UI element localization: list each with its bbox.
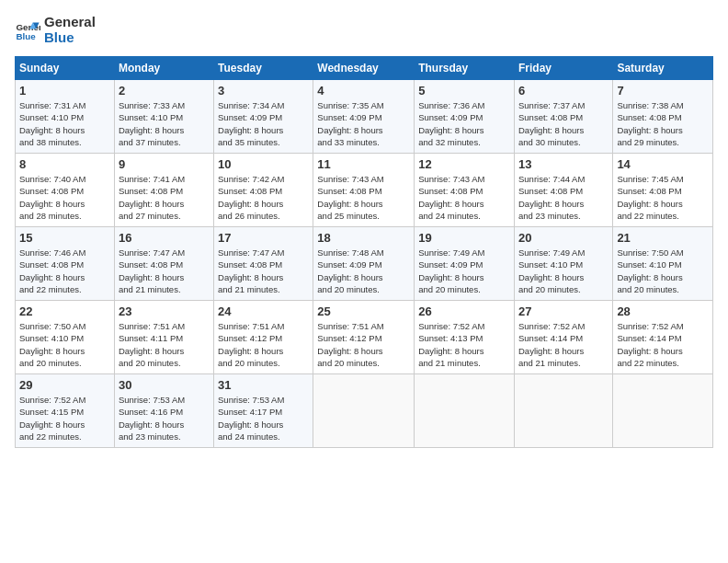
- day-number: 22: [19, 304, 110, 318]
- calendar-cell: 19Sunrise: 7:49 AM Sunset: 4:09 PM Dayli…: [415, 227, 515, 301]
- day-number: 14: [617, 157, 709, 171]
- day-number: 24: [218, 304, 309, 318]
- calendar-cell: [415, 374, 515, 448]
- calendar-cell: 14Sunrise: 7:45 AM Sunset: 4:08 PM Dayli…: [613, 154, 713, 227]
- calendar-cell: 21Sunrise: 7:50 AM Sunset: 4:10 PM Dayli…: [613, 227, 713, 301]
- day-info: Sunrise: 7:42 AM Sunset: 4:08 PM Dayligh…: [218, 173, 309, 222]
- calendar-cell: 4Sunrise: 7:35 AM Sunset: 4:09 PM Daylig…: [313, 80, 415, 154]
- logo-text-blue: Blue: [44, 30, 96, 46]
- logo-text-general: General: [44, 15, 96, 30]
- header: General Blue General Blue: [15, 15, 713, 45]
- day-info: Sunrise: 7:47 AM Sunset: 4:08 PM Dayligh…: [119, 247, 210, 295]
- day-info: Sunrise: 7:36 AM Sunset: 4:09 PM Dayligh…: [418, 99, 510, 148]
- day-header-monday: Monday: [114, 57, 213, 80]
- day-number: 11: [317, 157, 410, 171]
- logo: General Blue General Blue: [15, 15, 96, 45]
- calendar-cell: 23Sunrise: 7:51 AM Sunset: 4:11 PM Dayli…: [114, 301, 213, 374]
- calendar-cell: 30Sunrise: 7:53 AM Sunset: 4:16 PM Dayli…: [114, 374, 213, 448]
- day-number: 13: [518, 157, 609, 171]
- calendar-cell: 2Sunrise: 7:33 AM Sunset: 4:10 PM Daylig…: [114, 80, 213, 154]
- day-info: Sunrise: 7:50 AM Sunset: 4:10 PM Dayligh…: [19, 320, 110, 369]
- day-number: 30: [119, 378, 210, 392]
- calendar-cell: 15Sunrise: 7:46 AM Sunset: 4:08 PM Dayli…: [16, 227, 115, 301]
- day-info: Sunrise: 7:43 AM Sunset: 4:08 PM Dayligh…: [317, 173, 410, 222]
- day-header-sunday: Sunday: [16, 57, 115, 80]
- day-info: Sunrise: 7:49 AM Sunset: 4:10 PM Dayligh…: [518, 247, 609, 295]
- calendar-cell: 5Sunrise: 7:36 AM Sunset: 4:09 PM Daylig…: [415, 80, 515, 154]
- day-number: 4: [317, 84, 410, 98]
- day-info: Sunrise: 7:47 AM Sunset: 4:08 PM Dayligh…: [218, 247, 309, 295]
- day-info: Sunrise: 7:33 AM Sunset: 4:10 PM Dayligh…: [119, 99, 210, 148]
- day-number: 23: [119, 304, 210, 318]
- calendar-cell: 10Sunrise: 7:42 AM Sunset: 4:08 PM Dayli…: [214, 154, 313, 227]
- day-number: 1: [19, 84, 110, 98]
- calendar-cell: 27Sunrise: 7:52 AM Sunset: 4:14 PM Dayli…: [514, 301, 612, 374]
- day-number: 28: [617, 304, 709, 318]
- day-info: Sunrise: 7:35 AM Sunset: 4:09 PM Dayligh…: [317, 99, 410, 148]
- calendar-cell: 20Sunrise: 7:49 AM Sunset: 4:10 PM Dayli…: [514, 227, 612, 301]
- calendar-cell: [613, 374, 713, 448]
- day-number: 9: [119, 157, 210, 171]
- calendar-cell: [313, 374, 415, 448]
- day-number: 7: [617, 84, 709, 98]
- calendar-cell: 11Sunrise: 7:43 AM Sunset: 4:08 PM Dayli…: [313, 154, 415, 227]
- day-info: Sunrise: 7:49 AM Sunset: 4:09 PM Dayligh…: [418, 247, 510, 295]
- day-number: 3: [218, 84, 309, 98]
- calendar-cell: 25Sunrise: 7:51 AM Sunset: 4:12 PM Dayli…: [313, 301, 415, 374]
- day-number: 27: [518, 304, 609, 318]
- calendar-cell: 18Sunrise: 7:48 AM Sunset: 4:09 PM Dayli…: [313, 227, 415, 301]
- day-number: 6: [518, 84, 609, 98]
- day-info: Sunrise: 7:45 AM Sunset: 4:08 PM Dayligh…: [617, 173, 709, 222]
- calendar-cell: 12Sunrise: 7:43 AM Sunset: 4:08 PM Dayli…: [415, 154, 515, 227]
- calendar-week-3: 15Sunrise: 7:46 AM Sunset: 4:08 PM Dayli…: [16, 227, 713, 301]
- day-number: 19: [418, 231, 510, 245]
- calendar-cell: 31Sunrise: 7:53 AM Sunset: 4:17 PM Dayli…: [214, 374, 313, 448]
- day-number: 29: [19, 378, 110, 392]
- calendar-cell: 1Sunrise: 7:31 AM Sunset: 4:10 PM Daylig…: [16, 80, 115, 154]
- day-number: 2: [119, 84, 210, 98]
- calendar-cell: 26Sunrise: 7:52 AM Sunset: 4:13 PM Dayli…: [415, 301, 515, 374]
- svg-text:Blue: Blue: [16, 30, 36, 40]
- calendar-cell: 9Sunrise: 7:41 AM Sunset: 4:08 PM Daylig…: [114, 154, 213, 227]
- day-info: Sunrise: 7:52 AM Sunset: 4:15 PM Dayligh…: [19, 394, 110, 442]
- calendar-week-5: 29Sunrise: 7:52 AM Sunset: 4:15 PM Dayli…: [16, 374, 713, 448]
- day-info: Sunrise: 7:44 AM Sunset: 4:08 PM Dayligh…: [518, 173, 609, 222]
- calendar-cell: 17Sunrise: 7:47 AM Sunset: 4:08 PM Dayli…: [214, 227, 313, 301]
- day-number: 5: [418, 84, 510, 98]
- calendar-cell: 16Sunrise: 7:47 AM Sunset: 4:08 PM Dayli…: [114, 227, 213, 301]
- calendar-week-1: 1Sunrise: 7:31 AM Sunset: 4:10 PM Daylig…: [16, 80, 713, 154]
- day-info: Sunrise: 7:31 AM Sunset: 4:10 PM Dayligh…: [19, 99, 110, 148]
- day-info: Sunrise: 7:48 AM Sunset: 4:09 PM Dayligh…: [317, 247, 410, 295]
- day-info: Sunrise: 7:53 AM Sunset: 4:17 PM Dayligh…: [218, 394, 309, 442]
- calendar-container: General Blue General Blue SundayMondayTu…: [0, 0, 728, 455]
- logo-icon: General Blue: [15, 17, 40, 43]
- day-number: 21: [617, 231, 709, 245]
- day-info: Sunrise: 7:43 AM Sunset: 4:08 PM Dayligh…: [418, 173, 510, 222]
- calendar-cell: 6Sunrise: 7:37 AM Sunset: 4:08 PM Daylig…: [514, 80, 612, 154]
- day-info: Sunrise: 7:52 AM Sunset: 4:13 PM Dayligh…: [418, 320, 510, 369]
- day-info: Sunrise: 7:34 AM Sunset: 4:09 PM Dayligh…: [218, 99, 309, 148]
- day-number: 25: [317, 304, 410, 318]
- day-info: Sunrise: 7:51 AM Sunset: 4:12 PM Dayligh…: [317, 320, 410, 369]
- calendar-week-2: 8Sunrise: 7:40 AM Sunset: 4:08 PM Daylig…: [16, 154, 713, 227]
- day-number: 26: [418, 304, 510, 318]
- day-number: 12: [418, 157, 510, 171]
- day-header-friday: Friday: [514, 57, 612, 80]
- day-info: Sunrise: 7:40 AM Sunset: 4:08 PM Dayligh…: [19, 173, 110, 222]
- day-number: 20: [518, 231, 609, 245]
- day-header-tuesday: Tuesday: [214, 57, 313, 80]
- day-number: 15: [19, 231, 110, 245]
- calendar-week-4: 22Sunrise: 7:50 AM Sunset: 4:10 PM Dayli…: [16, 301, 713, 374]
- calendar-cell: 28Sunrise: 7:52 AM Sunset: 4:14 PM Dayli…: [613, 301, 713, 374]
- calendar-cell: 24Sunrise: 7:51 AM Sunset: 4:12 PM Dayli…: [214, 301, 313, 374]
- day-info: Sunrise: 7:38 AM Sunset: 4:08 PM Dayligh…: [617, 99, 709, 148]
- calendar-cell: 13Sunrise: 7:44 AM Sunset: 4:08 PM Dayli…: [514, 154, 612, 227]
- day-header-wednesday: Wednesday: [313, 57, 415, 80]
- day-header-thursday: Thursday: [415, 57, 515, 80]
- day-info: Sunrise: 7:51 AM Sunset: 4:11 PM Dayligh…: [119, 320, 210, 369]
- day-number: 16: [119, 231, 210, 245]
- calendar-cell: 7Sunrise: 7:38 AM Sunset: 4:08 PM Daylig…: [613, 80, 713, 154]
- day-info: Sunrise: 7:53 AM Sunset: 4:16 PM Dayligh…: [119, 394, 210, 442]
- calendar-cell: [514, 374, 612, 448]
- day-info: Sunrise: 7:52 AM Sunset: 4:14 PM Dayligh…: [617, 320, 709, 369]
